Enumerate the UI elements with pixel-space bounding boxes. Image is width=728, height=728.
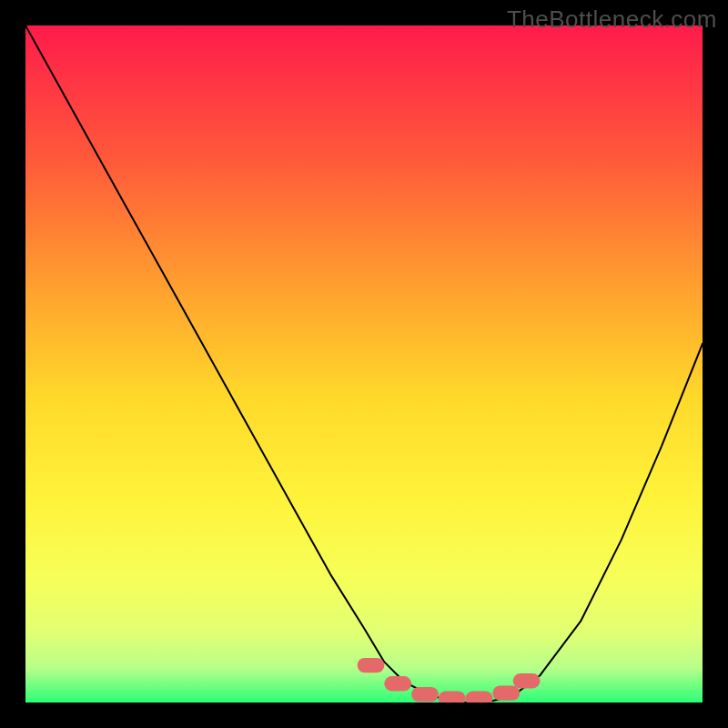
chart-frame: TheBottleneck.com <box>0 0 728 728</box>
watermark-text: TheBottleneck.com <box>507 5 717 34</box>
marker-point <box>513 673 541 688</box>
marker-point <box>384 676 411 691</box>
marker-point <box>358 658 385 672</box>
marker-point <box>411 687 439 702</box>
bottleneck-chart <box>25 25 703 703</box>
marker-point <box>492 685 520 700</box>
gradient-background <box>25 25 703 703</box>
marker-point <box>439 691 466 703</box>
plot-area <box>25 25 703 703</box>
marker-point <box>466 691 493 703</box>
